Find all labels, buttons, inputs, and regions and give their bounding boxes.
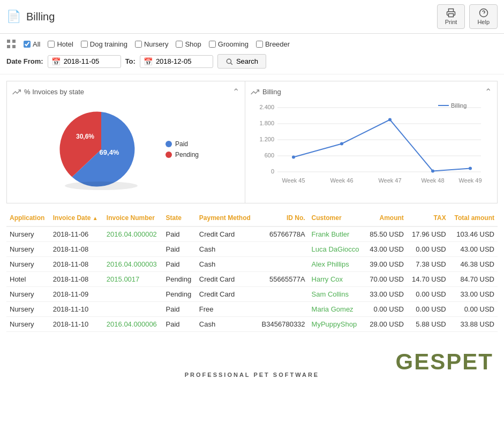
svg-rect-4 [12,40,16,43]
td-amount: 43.00 USD [365,242,407,257]
all-checkbox[interactable] [24,41,31,48]
td-state: Paid [162,317,195,332]
td-customer: Luca DaGiocco [309,242,365,257]
search-icon [225,58,233,65]
td-id-no [257,302,309,317]
td-tax: 0.00 USD [407,287,449,302]
page-header: 📄 Billing Print Help [0,0,504,34]
invoice-link[interactable]: 2016.04.000002 [107,230,157,238]
td-application: Nursery [6,302,50,317]
grid-view-toggle[interactable] [6,39,16,49]
invoice-link[interactable]: 2016.04.000006 [107,320,157,328]
td-application: Nursery [6,257,50,272]
td-tax: 7.38 USD [407,257,449,272]
customer-link[interactable]: Sam Collins [312,290,349,298]
svg-point-30 [340,142,343,146]
table-row: Nursery 2018-11-10 2016.04.000006 Paid C… [6,317,498,332]
filter-all[interactable]: All [24,40,40,48]
pie-chart-title: % Invoices by state [24,88,84,96]
td-amount: 85.50 USD [365,226,407,242]
line-chart-title: Billing [262,88,281,96]
td-state: Pending [162,287,195,302]
td-tax: 0.00 USD [407,242,449,257]
filter-grooming[interactable]: Grooming [209,40,249,48]
pie-chart-area: 69,4% 30,6% Paid Pending [12,101,239,198]
customer-link[interactable]: Luca DaGiocco [312,245,359,253]
pie-chart-title-wrap: % Invoices by state [12,88,84,96]
col-id-no[interactable]: ID No. [257,210,309,226]
hotel-checkbox[interactable] [48,41,55,48]
date-from-label: Date From: [6,57,43,65]
breeder-checkbox[interactable] [256,41,263,48]
svg-text:2.400: 2.400 [259,104,274,110]
date-to-wrap: 📅 [140,55,213,68]
col-tax[interactable]: TAX [407,210,449,226]
col-payment-method[interactable]: Payment Method [196,210,257,226]
td-amount: 70.00 USD [365,272,407,287]
table-row: Nursery 2018-11-08 Paid Cash Luca DaGioc… [6,242,498,257]
svg-rect-6 [12,45,16,48]
invoice-link[interactable]: 2016.04.000003 [107,260,157,268]
customer-link[interactable]: Alex Phillips [312,260,349,268]
td-total-amount: 84.70 USD [449,272,498,287]
line-chart-box: Billing ⌃ 2.400 1.800 1.200 600 0 Week [245,81,497,203]
td-amount: 33.00 USD [365,287,407,302]
filter-nursery[interactable]: Nursery [135,40,169,48]
dog-training-checkbox[interactable] [81,41,88,48]
date-to-input[interactable] [156,57,209,65]
table-row: Hotel 2018-11-08 2015.0017 Pending Credi… [6,272,498,287]
billing-table: Application Invoice Date ▲ Invoice Numbe… [6,210,498,332]
table-row: Nursery 2018-11-10 Paid Free Maria Gomez… [6,302,498,317]
td-invoice-date: 2018-11-08 [50,242,103,257]
filter-breeder[interactable]: Breeder [256,40,290,48]
filter-hotel[interactable]: Hotel [48,40,73,48]
col-total-amount[interactable]: Total amount [449,210,498,226]
nursery-checkbox[interactable] [135,41,142,48]
date-from-wrap: 📅 [48,55,121,68]
invoice-link[interactable]: 2015.0017 [107,275,139,283]
col-state[interactable]: State [162,210,195,226]
customer-link[interactable]: MyPuppyShop [312,320,357,328]
billing-trend-icon [251,88,259,96]
col-invoice-number[interactable]: Invoice Number [103,210,163,226]
td-invoice-date: 2018-11-08 [50,272,103,287]
billing-icon: 📄 [6,10,21,24]
shop-checkbox[interactable] [176,41,183,48]
td-invoice-number: 2015.0017 [103,272,163,287]
td-total-amount: 33.88 USD [449,317,498,332]
td-id-no: 65766778A [257,226,309,242]
customer-link[interactable]: Maria Gomez [312,305,353,313]
grooming-checkbox[interactable] [209,41,216,48]
td-total-amount: 0.00 USD [449,302,498,317]
table-row: Nursery 2018-11-06 2016.04.000002 Paid C… [6,226,498,242]
billing-table-wrap: Application Invoice Date ▲ Invoice Numbe… [6,210,498,332]
svg-text:1.800: 1.800 [259,120,274,126]
filter-shop[interactable]: Shop [176,40,201,48]
col-amount[interactable]: Amount [365,210,407,226]
col-customer[interactable]: Customer [309,210,365,226]
svg-text:600: 600 [265,152,274,158]
print-button[interactable]: Print [437,4,465,29]
pie-chart-svg: 69,4% 30,6% [53,107,149,192]
help-button[interactable]: Help [469,4,498,29]
search-button[interactable]: Search [217,54,266,69]
trend-icon [12,88,21,96]
customer-link[interactable]: Frank Butler [312,230,350,238]
col-application[interactable]: Application [6,210,50,226]
customer-link[interactable]: Harry Cox [312,275,343,283]
pie-chart-collapse[interactable]: ⌃ [232,87,239,97]
td-state: Paid [162,302,195,317]
legend-paid: Paid [166,140,199,148]
filter-dog-training[interactable]: Dog training [81,40,127,48]
svg-point-7 [227,59,231,63]
col-invoice-date[interactable]: Invoice Date ▲ [50,210,103,226]
svg-rect-5 [7,45,10,48]
td-id-no [257,242,309,257]
calendar-to-icon: 📅 [144,57,153,66]
line-chart-collapse[interactable]: ⌃ [485,87,492,97]
td-total-amount: 103.46 USD [449,226,498,242]
td-id-no [257,287,309,302]
date-from-input[interactable] [64,57,117,65]
pie-chart-header: % Invoices by state ⌃ [12,87,239,97]
logo-wrap: GESPET PROFESSIONAL PET SOFTWARE [0,338,504,383]
